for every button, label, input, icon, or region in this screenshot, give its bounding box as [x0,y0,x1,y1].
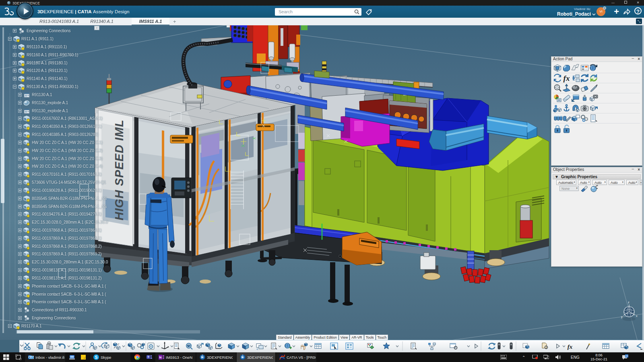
svg-text:S: S [95,355,98,360]
svg-text:z: z [628,301,630,304]
svg-text:T: T [147,356,149,358]
svg-text:x: x [636,315,638,317]
svg-text:fx: fx [568,343,573,350]
svg-text:y: y [621,315,623,319]
svg-text:fx: fx [564,74,570,82]
svg-text:N: N [159,356,162,359]
svg-text:23: 23 [625,355,628,357]
